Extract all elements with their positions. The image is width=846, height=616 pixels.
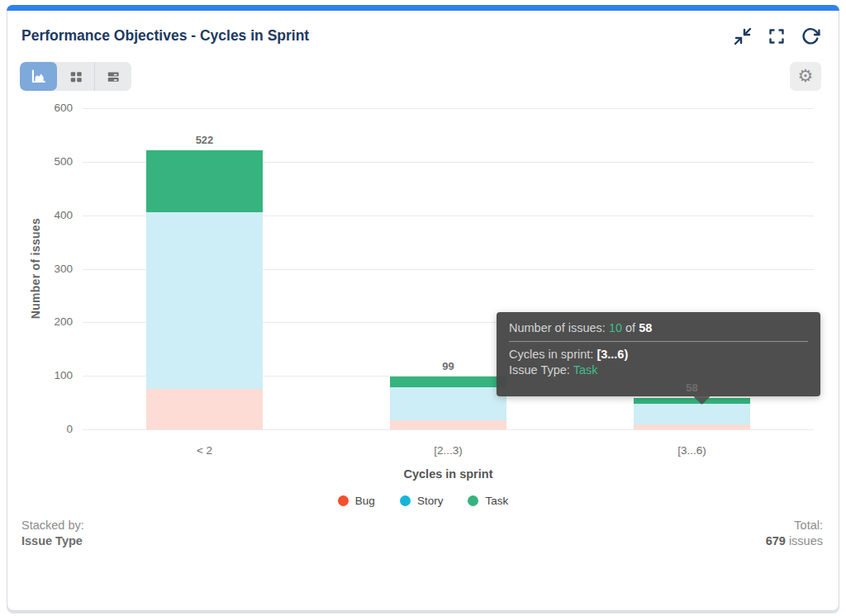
tooltip-line-category: Cycles in sprint: [3...6) — [509, 348, 808, 361]
tooltip-line-type: Issue Type: Task — [509, 363, 808, 377]
tooltip-total-value: 58 — [639, 321, 652, 334]
view-toggle-group — [20, 62, 131, 91]
accent-bar — [7, 5, 839, 11]
x-tick-label: < 2 — [197, 444, 212, 457]
bar-segment-task-2[interactable] — [634, 398, 750, 403]
header-actions — [733, 26, 820, 46]
y-tick-label: 400 — [33, 209, 73, 221]
legend: BugStoryTask — [7, 495, 839, 507]
legend-item-story[interactable]: Story — [400, 495, 444, 507]
widget-card: Performance Objectives - Cycles in Sprin… — [7, 5, 839, 611]
tooltip-type-value: Task — [573, 363, 598, 377]
legend-swatch-task — [468, 495, 478, 506]
bar-total-label: 522 — [172, 134, 238, 146]
total-label: Total: — [794, 519, 823, 532]
bar-segment-story-2[interactable] — [634, 404, 750, 424]
fullscreen-icon[interactable] — [767, 26, 787, 46]
total-value: 679 issues — [766, 534, 823, 547]
gear-icon: ⚙ — [798, 68, 814, 85]
tooltip-segment-value: 10 — [609, 321, 622, 334]
y-tick-label: 600 — [33, 102, 73, 114]
collapse-icon[interactable] — [733, 26, 753, 46]
refresh-icon[interactable] — [801, 26, 820, 46]
legend-label: Bug — [355, 495, 375, 507]
x-axis-title: Cycles in sprint — [83, 467, 814, 481]
list-view-button[interactable] — [94, 62, 131, 91]
plot-area: 01002003004005006005229958 — [83, 108, 814, 429]
bar-segment-bug-2[interactable] — [634, 424, 750, 429]
bar-segment-task-1[interactable] — [390, 377, 506, 387]
settings-button[interactable]: ⚙ — [790, 62, 821, 91]
bar-segment-bug-0[interactable] — [146, 389, 263, 429]
legend-swatch-story — [400, 495, 411, 506]
legend-label: Task — [485, 495, 508, 507]
tooltip-category-value: [3...6) — [596, 348, 628, 361]
total-info: Total: 679 issues — [766, 518, 823, 549]
page-title: Performance Objectives - Cycles in Sprin… — [21, 27, 309, 45]
rows-icon — [105, 69, 121, 85]
bar-segment-story-1[interactable] — [390, 387, 506, 420]
stacked-by-value: Issue Type — [21, 534, 83, 547]
x-tick-label: [2...3) — [434, 444, 463, 457]
x-axis-ticks: < 2[2...3)[3...6) — [83, 444, 814, 459]
legend-label: Story — [417, 495, 444, 507]
y-tick-label: 0 — [33, 423, 73, 435]
chart-view-button[interactable] — [20, 62, 57, 91]
bar-total-label: 58 — [659, 381, 725, 394]
legend-item-bug[interactable]: Bug — [338, 495, 375, 507]
legend-swatch-bug — [338, 495, 349, 506]
area-chart-icon — [30, 68, 47, 85]
gridline — [83, 108, 814, 109]
tooltip-divider — [509, 341, 808, 342]
x-tick-label: [3...6) — [677, 444, 706, 457]
stacked-by-info: Stacked by: Issue Type — [21, 518, 84, 549]
y-tick-label: 300 — [33, 263, 73, 275]
grid-icon — [68, 69, 84, 85]
bar-segment-task-0[interactable] — [146, 150, 263, 212]
y-tick-label: 100 — [33, 369, 73, 381]
bar-total-label: 99 — [416, 360, 482, 372]
bar-segment-story-0[interactable] — [146, 212, 263, 389]
y-tick-label: 500 — [33, 155, 73, 168]
y-tick-label: 200 — [33, 315, 73, 328]
stacked-by-label: Stacked by: — [21, 519, 84, 532]
legend-item-task[interactable]: Task — [468, 495, 508, 507]
bar-segment-bug-1[interactable] — [390, 420, 506, 429]
gridline — [83, 429, 814, 430]
table-view-button[interactable] — [57, 62, 94, 91]
tooltip-line-issues: Number of issues: 10 of 58 — [509, 321, 808, 334]
